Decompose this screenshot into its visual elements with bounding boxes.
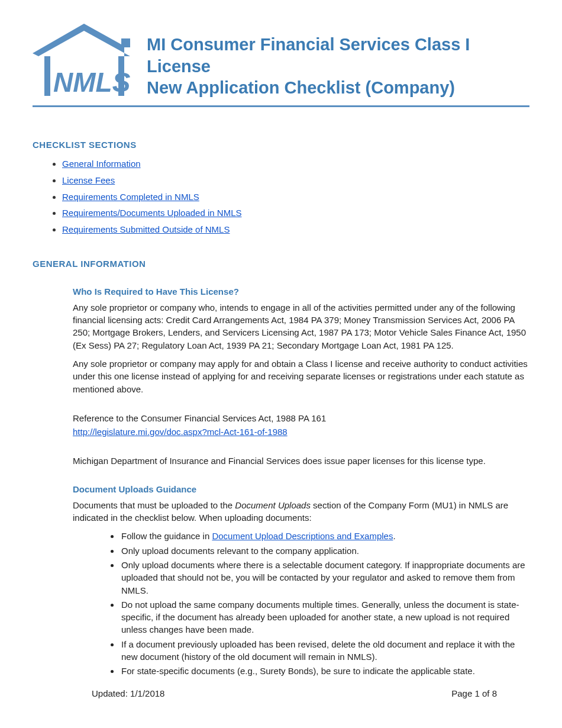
reference-url-line: http://legislature.mi.gov/doc.aspx?mcl-A… bbox=[73, 426, 529, 438]
list-item: Requirements/Documents Uploaded in NMLS bbox=[62, 205, 529, 221]
document-header: NMLS MI Consumer Financial Services Clas… bbox=[33, 24, 529, 107]
title-block: MI Consumer Financial Services Class I L… bbox=[147, 34, 529, 101]
list-item: Requirements Completed in NMLS bbox=[62, 189, 529, 205]
document-uploads-intro: Documents that must be uploaded to the D… bbox=[73, 499, 529, 524]
list-item: If a document previously uploaded has be… bbox=[120, 638, 529, 663]
guidance-1-pre: Follow the guidance in bbox=[121, 531, 212, 541]
checklist-sections-heading: CHECKLIST SECTIONS bbox=[33, 140, 529, 150]
reference-label: Reference to the Consumer Financial Serv… bbox=[73, 412, 529, 424]
updated-date: Updated: 1/1/2018 bbox=[92, 688, 164, 698]
guidance-list: Follow the guidance in Document Upload D… bbox=[73, 530, 529, 677]
page-footer: Updated: 1/1/2018 Page 1 of 8 bbox=[92, 688, 497, 698]
title-line-2: New Application Checklist (Company) bbox=[147, 77, 529, 98]
title-line-1: MI Consumer Financial Services Class I L… bbox=[147, 34, 529, 77]
list-item: License Fees bbox=[62, 172, 529, 189]
intro-italic: Document Uploads bbox=[235, 500, 311, 510]
link-license-fees[interactable]: License Fees bbox=[62, 175, 115, 185]
list-item: Only upload documents where there is a s… bbox=[120, 559, 529, 597]
general-information-heading: GENERAL INFORMATION bbox=[33, 259, 529, 269]
who-required-heading: Who Is Required to Have This License? bbox=[73, 286, 529, 297]
link-requirements-outside[interactable]: Requirements Submitted Outside of NMLS bbox=[62, 224, 230, 234]
list-item: Follow the guidance in Document Upload D… bbox=[120, 530, 529, 542]
list-item: General Information bbox=[62, 156, 529, 172]
reference-url-link[interactable]: http://legislature.mi.gov/doc.aspx?mcl-A… bbox=[73, 427, 288, 437]
list-item: Do not upload the same company documents… bbox=[120, 598, 529, 636]
link-requirements-completed[interactable]: Requirements Completed in NMLS bbox=[62, 192, 199, 202]
page-number: Page 1 of 8 bbox=[451, 688, 497, 698]
list-item: For state-specific documents (e.g., Sure… bbox=[120, 665, 529, 677]
paper-licenses-paragraph: Michigan Department of Insurance and Fin… bbox=[73, 455, 529, 467]
svg-text:NMLS: NMLS bbox=[53, 67, 131, 98]
link-upload-descriptions[interactable]: Document Upload Descriptions and Example… bbox=[212, 531, 393, 541]
link-requirements-uploaded[interactable]: Requirements/Documents Uploaded in NMLS bbox=[62, 208, 241, 218]
list-item: Requirements Submitted Outside of NMLS bbox=[62, 221, 529, 238]
nmls-logo-icon: NMLS bbox=[33, 24, 136, 101]
intro-pre: Documents that must be uploaded to the bbox=[73, 500, 235, 510]
general-information-content: Who Is Required to Have This License? An… bbox=[33, 286, 529, 678]
link-general-information[interactable]: General Information bbox=[62, 159, 141, 169]
guidance-1-post: . bbox=[393, 531, 395, 541]
checklist-sections-list: General Information License Fees Require… bbox=[33, 156, 529, 238]
document-uploads-heading: Document Uploads Guidance bbox=[73, 484, 529, 494]
who-required-paragraph-1: Any sole proprietor or company who, inte… bbox=[73, 301, 529, 352]
list-item: Only upload documents relevant to the co… bbox=[120, 545, 529, 557]
who-required-paragraph-2: Any sole proprietor or company may apply… bbox=[73, 357, 529, 395]
